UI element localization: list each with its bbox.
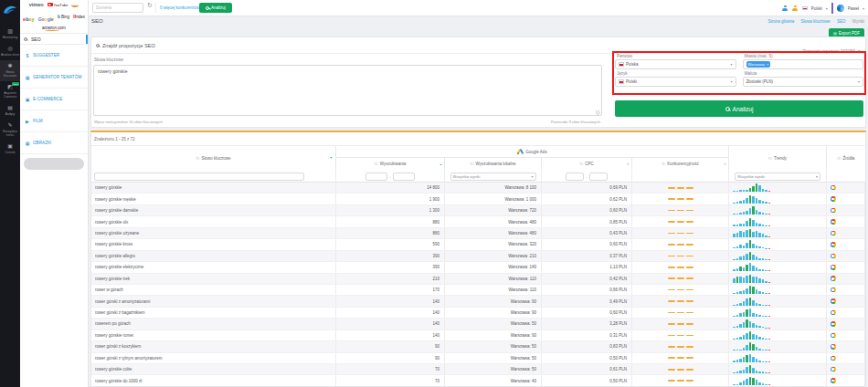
sort-icon[interactable]: ▲ [439, 162, 442, 166]
language-select[interactable]: Polski ▾ [615, 77, 736, 87]
column-header-competition[interactable]: ⓘ Konkurencyjność ⇅ [632, 158, 729, 170]
sort-icon[interactable]: ⇅ [724, 162, 726, 166]
table-row[interactable]: rowery górskie14 800Warszawa: 8 1000,69 … [91, 183, 865, 194]
sidebar-item-cennik[interactable]: ▣ Cennik [0, 141, 20, 158]
keyword-cell[interactable]: rower w górach [91, 285, 336, 295]
analyze-button[interactable]: Analizuj [615, 100, 863, 117]
refresh-icon[interactable]: ↻ [147, 2, 153, 9]
remove-city-icon[interactable]: × [767, 62, 768, 67]
filter-funnel-icon[interactable]: ▼ [330, 156, 333, 160]
table-row[interactable]: rowery górskie cube70Warszawa: 500,61 PL… [91, 364, 865, 375]
country-select[interactable]: Polska ▾ [615, 59, 736, 69]
cpc-min-input[interactable] [566, 173, 584, 181]
google-source-icon[interactable] [831, 344, 836, 350]
google-source-icon[interactable] [831, 288, 836, 293]
sidebar-item-film[interactable]: ▶ FILM [20, 110, 88, 132]
column-header-keyword[interactable]: ⓘ Słowo kluczowe ▼ [91, 146, 336, 170]
google-source-icon[interactable] [831, 367, 836, 372]
sidebar-item-monitoring[interactable]: ▥ Monitoring [0, 26, 20, 43]
senuto-logo-icon[interactable] [3, 2, 17, 18]
column-header-cpc[interactable]: ⓘ CPC ⇅ [542, 158, 632, 170]
breadcrumb-keywords[interactable]: Słowa kluczowe [801, 19, 831, 24]
column-header-local-volume[interactable]: ⓘ Wyszukiwania lokalne [445, 158, 542, 170]
table-row[interactable]: rower górski z tylnym amortyzatorem90War… [91, 353, 865, 364]
table-row[interactable]: rowery górskie trek210Warszawa: 1100,42 … [91, 274, 865, 285]
table-row[interactable]: rowerem po górach140Warszawa: 503,28 PLN [91, 319, 865, 329]
table-row[interactable]: rowery górskie romet140Warszawa: 900,31 … [91, 330, 865, 341]
sidebar-item-ecommerce[interactable]: ▣ E-COMMERCE [20, 89, 88, 110]
keyword-cell[interactable]: rowerem po górach [91, 319, 336, 329]
column-header-volume[interactable]: ⓘ Wyszukiwania ▲ [336, 158, 445, 170]
google-source-icon[interactable] [831, 231, 836, 236]
language-selector[interactable]: Polski [811, 6, 822, 11]
keyword-cell[interactable]: rowery górskie do 1000 zł [91, 375, 336, 385]
table-row[interactable]: rowery górskie elektryczne390Warszawa: 1… [91, 262, 865, 273]
local-filter-select[interactable]: Wszystkie wyniki▾ [450, 173, 536, 181]
trends-filter-select[interactable]: Wszystkie wyniki▾ [735, 173, 820, 181]
keywords-textarea[interactable] [93, 65, 602, 116]
google-source-icon[interactable] [831, 185, 836, 191]
table-row[interactable]: rowery górskie allegro390Warszawa: 2100,… [91, 251, 865, 262]
keyword-cell[interactable]: rowery górskie olx [91, 216, 336, 226]
google-source-icon[interactable] [831, 298, 836, 304]
sidebar-item-analiza-stron[interactable]: ◎ Analiza stron [0, 43, 20, 60]
sidebar-search-input[interactable] [29, 36, 75, 43]
google-source-icon[interactable] [831, 242, 836, 247]
domain-input[interactable] [92, 3, 143, 13]
table-row[interactable]: rowery górskie damskie1 300Warszawa: 720… [91, 205, 865, 216]
sidebar-search[interactable] [20, 33, 88, 45]
keyword-cell[interactable]: rower górski z tylnym amortyzatorem [91, 353, 336, 363]
google-source-icon[interactable] [831, 254, 836, 259]
keyword-cell[interactable]: rowery górskie elektryczne [91, 262, 336, 272]
keyword-cell[interactable]: rowery górskie damskie [91, 205, 336, 215]
keyword-cell[interactable]: rowery górskie kross [91, 239, 336, 249]
keyword-filter-input[interactable] [94, 173, 304, 181]
keyword-cell[interactable]: rower górski z bagażnikiem [91, 308, 336, 318]
currency-select[interactable]: Złotówki (PLN) ▾ [743, 77, 864, 87]
sidebar-item-obrazki[interactable]: ▦ OBRAZKI [20, 132, 88, 154]
support-icon[interactable] [782, 5, 789, 12]
sidebar-item-slowa-kluczowe[interactable]: ✱ Słowa kluczowe [0, 60, 20, 81]
table-row[interactable]: rower górski z bagażnikiem140Warszawa: 9… [91, 308, 865, 319]
google-source-icon[interactable] [831, 333, 836, 339]
sidebar-item-generator-tematow[interactable]: ▦ GENERATOR TEMATÓW [20, 67, 88, 89]
keyword-cell[interactable]: rowery górskie męskie [91, 194, 336, 204]
table-row[interactable]: rowery górskie kross590Warszawa: 3200,60… [91, 239, 865, 250]
keyword-cell[interactable]: rowery górskie romet [91, 330, 336, 340]
cpc-max-input[interactable] [589, 173, 608, 181]
account-icon[interactable] [792, 5, 799, 12]
topbar-analyze-button[interactable]: Analizuj [199, 3, 232, 13]
scrollbar-thumb[interactable] [86, 35, 88, 44]
breadcrumb-seo[interactable]: SEO [837, 19, 846, 24]
chevron-down-icon[interactable]: ▾ [826, 6, 828, 11]
city-chip[interactable]: Warszawa× [746, 61, 771, 68]
table-row[interactable]: rowery górskie używane880Warszawa: 4800,… [91, 228, 865, 239]
keyword-cell[interactable]: rowery górskie używane [91, 228, 336, 238]
keyword-cell[interactable]: rowery górskie allegro [91, 251, 336, 261]
google-source-icon[interactable] [831, 219, 836, 225]
google-source-icon[interactable] [831, 321, 836, 327]
competitors-link[interactable]: 0 więcej konkurentów ▾ [160, 5, 202, 10]
google-source-icon[interactable] [831, 276, 836, 281]
table-row[interactable]: rower górski z amortyzatorami140Warszawa… [91, 296, 865, 307]
google-source-icon[interactable] [831, 196, 836, 202]
volume-min-input[interactable] [365, 173, 387, 181]
keyword-cell[interactable]: rower górski z amortyzatorami [91, 296, 336, 306]
google-source-icon[interactable] [831, 208, 836, 214]
keyword-cell[interactable]: rowery górskie cube [91, 364, 336, 374]
google-source-icon[interactable] [831, 265, 836, 270]
sidebar-item-audyty[interactable]: ▤ Audyty [0, 102, 20, 120]
keyword-cell[interactable]: rower górski z koszykiem [91, 341, 336, 351]
table-row[interactable]: rowery górskie do 1000 zł70Warszawa: 400… [91, 375, 865, 386]
column-header-trends[interactable]: ⓘ Trendy [729, 146, 827, 170]
column-header-sources[interactable]: ⓘ Źródła [827, 146, 865, 170]
volume-max-input[interactable] [393, 173, 415, 181]
resize-handle-icon[interactable] [596, 110, 600, 115]
sort-icon[interactable]: ⇅ [627, 162, 630, 166]
table-row[interactable]: rower górski z koszykiem90Warszawa: 500,… [91, 341, 865, 352]
avatar[interactable] [837, 5, 844, 12]
sidebar-item-suggester[interactable]: $ SUGGESTER [20, 45, 88, 67]
sidebar-item-narzedzia-tresci[interactable]: ✎ Narzędzia treści [0, 120, 20, 141]
table-row[interactable]: rowery górskie olx880Warszawa: 4800,85 P… [91, 216, 865, 227]
user-menu[interactable]: Paweł [848, 6, 859, 11]
